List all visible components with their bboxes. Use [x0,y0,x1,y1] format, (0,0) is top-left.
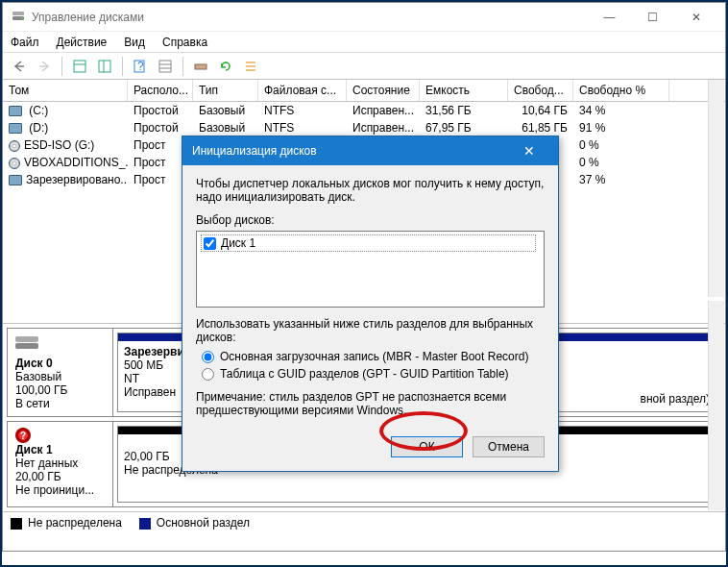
menu-bar: Файл Действие Вид Справка [3,32,725,53]
maximize-button[interactable]: ☐ [631,4,674,31]
app-icon [11,10,26,25]
radio-gpt-input[interactable] [202,368,214,381]
svg-text:?: ? [137,60,144,73]
col-fs[interactable]: Файловая с... [258,80,347,101]
col-type[interactable]: Тип [193,80,258,101]
col-status[interactable]: Состояние [347,80,420,101]
scrollbar-bottom[interactable] [708,301,724,510]
partition-style-label: Использовать указанный ниже стиль раздел… [196,317,545,344]
dialog-title: Инициализация дисков [192,144,317,158]
table-row[interactable]: (C:)ПростойБазовыйNTFSИсправен...31,56 Г… [3,102,725,119]
back-button[interactable] [9,56,30,77]
radio-mbr[interactable]: Основная загрузочная запись (MBR - Maste… [202,350,545,363]
menu-help[interactable]: Справка [162,36,207,49]
help-icon[interactable]: ? [130,56,151,77]
title-bar: Управление дисками — ☐ ✕ [3,3,725,32]
cancel-button[interactable]: Отмена [473,436,545,457]
disk-select-label: Выбор дисков: [196,213,545,227]
toolbar-refresh[interactable] [215,56,236,77]
disk1-label: ? Диск 1 Нет данных 20,00 ГБ Не проиници… [8,422,113,506]
menu-view[interactable]: Вид [124,36,145,49]
toolbar-props[interactable] [155,56,176,77]
minimize-button[interactable]: — [588,4,631,31]
ok-button[interactable]: ОК [391,436,463,457]
toolbar-list[interactable] [240,56,261,77]
col-volume[interactable]: Том [3,80,128,101]
toolbar-settings[interactable] [190,56,211,77]
menu-action[interactable]: Действие [57,36,108,49]
disk1-checkbox[interactable] [204,237,216,250]
hdd-icon [15,334,40,352]
disk-list-item[interactable]: Диск 1 [201,234,536,252]
initialize-disk-dialog: Инициализация дисков ✕ Чтобы диспетчер л… [182,136,559,472]
dialog-note: Примечание: стиль разделов GPT не распоз… [196,390,545,417]
table-row[interactable]: (D:)ПростойБазовыйNTFSИсправен...67,95 Г… [3,119,725,136]
dialog-close-button[interactable]: ✕ [510,143,548,159]
partition-reserved[interactable]: Зарезерви 500 МБ NT Исправен [117,333,184,412]
volume-list-header: Том Располо... Тип Файловая с... Состоян… [3,80,725,102]
col-layout[interactable]: Располо... [128,80,193,101]
legend-primary: Основной раздел [139,516,250,530]
window-title: Управление дисками [32,11,588,24]
svg-rect-5 [99,61,110,72]
radio-mbr-input[interactable] [202,351,214,363]
scrollbar-top[interactable] [708,80,724,297]
svg-rect-12 [195,64,206,69]
svg-rect-1 [12,12,24,15]
dialog-message: Чтобы диспетчер локальных дисков мог пол… [196,177,545,204]
svg-rect-3 [74,61,85,72]
close-button[interactable]: ✕ [674,4,717,31]
col-capacity[interactable]: Емкость [420,80,508,101]
menu-file[interactable]: Файл [11,36,39,49]
toolbar: ? [3,53,725,80]
legend-unallocated: Не распределена [11,516,122,530]
question-icon: ? [15,428,31,443]
radio-gpt[interactable]: Таблица с GUID разделов (GPT - GUID Part… [202,367,545,381]
dialog-title-bar[interactable]: Инициализация дисков ✕ [182,136,558,165]
svg-point-2 [21,17,23,19]
disk-management-window: Управление дисками — ☐ ✕ Файл Действие В… [2,2,726,552]
legend: Не распределена Основной раздел [3,511,725,533]
toolbar-view2[interactable] [94,56,115,77]
col-freepct[interactable]: Свободно % [573,80,669,101]
disk-list-box[interactable]: Диск 1 [196,231,545,308]
col-free[interactable]: Свобод... [508,80,573,101]
toolbar-view1[interactable] [69,56,90,77]
svg-rect-9 [159,61,171,72]
disk0-label: Диск 0 Базовый 100,00 ГБ В сети [8,329,113,416]
forward-button[interactable] [34,56,55,77]
